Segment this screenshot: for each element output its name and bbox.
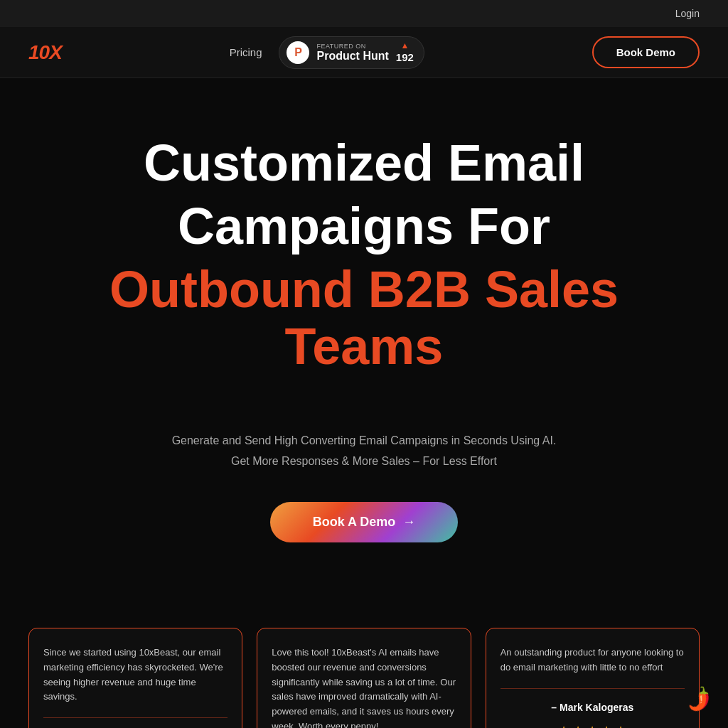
hero-title: Customized Email Campaigns For Outbound … <box>43 135 685 395</box>
cta-arrow-icon: → <box>402 515 415 530</box>
product-hunt-text: FEATURED ON Product Hunt <box>316 43 388 63</box>
top-bar: Login <box>0 0 728 27</box>
testimonial-card-1: Since we started using 10xBeast, our ema… <box>28 628 242 728</box>
logo[interactable]: 10X <box>28 41 62 64</box>
testimonial-author-3: – Mark Kalogeras <box>500 702 685 713</box>
cta-label: Book A Demo <box>313 515 396 530</box>
hero-subtitle: Generate and Send High Converting Email … <box>43 432 685 471</box>
hero-subtitle-line2: Get More Responses & More Sales – For Le… <box>43 452 685 471</box>
login-link[interactable]: Login <box>675 8 700 19</box>
navbar: 10X Pricing P FEATURED ON Product Hunt ▲… <box>0 27 728 78</box>
hero-subtitle-line1: Generate and Send High Converting Email … <box>43 432 685 450</box>
hero-title-line2: Campaigns For <box>43 198 685 255</box>
product-hunt-icon: P <box>287 41 309 64</box>
testimonial-card-2: Love this tool! 10xBeast's AI emails hav… <box>257 628 471 728</box>
star-icon: ★ <box>601 723 612 728</box>
testimonial-card-3: An outstanding product for anyone lookin… <box>486 628 700 728</box>
cta-section: Book A Demo → <box>43 502 685 542</box>
testimonial-text-2: Love this tool! 10xBeast's AI emails hav… <box>272 646 456 728</box>
testimonial-text-3: An outstanding product for anyone lookin… <box>500 646 685 675</box>
star-icon: ★ <box>558 723 569 728</box>
testimonial-stars-3: ★ ★ ★ ★ ★ <box>500 723 685 728</box>
cta-book-demo-button[interactable]: Book A Demo → <box>270 502 459 542</box>
pricing-link[interactable]: Pricing <box>230 46 262 58</box>
product-hunt-badge[interactable]: P FEATURED ON Product Hunt ▲ 192 <box>279 36 424 69</box>
star-icon: ★ <box>587 723 598 728</box>
ph-name: Product Hunt <box>316 50 388 63</box>
nav-center: Pricing P FEATURED ON Product Hunt ▲ 192 <box>62 36 592 69</box>
star-icon: ★ <box>615 723 626 728</box>
ph-featured-label: FEATURED ON <box>316 43 388 50</box>
hero-title-line3: Outbound B2B Sales Teams <box>43 262 685 374</box>
testimonials-section: Since we started using 10xBeast, our ema… <box>0 585 728 728</box>
book-demo-button[interactable]: Book Demo <box>592 36 700 68</box>
star-icon: ★ <box>572 723 584 728</box>
ph-vote-count: 192 <box>396 51 414 63</box>
hero-title-line1: Customized Email <box>43 135 685 191</box>
ph-arrow-icon: ▲ <box>400 41 409 50</box>
testimonial-text-1: Since we started using 10xBeast, our ema… <box>43 646 228 705</box>
ph-votes: ▲ 192 <box>396 41 414 63</box>
hero-section: Customized Email Campaigns For Outbound … <box>0 78 728 585</box>
